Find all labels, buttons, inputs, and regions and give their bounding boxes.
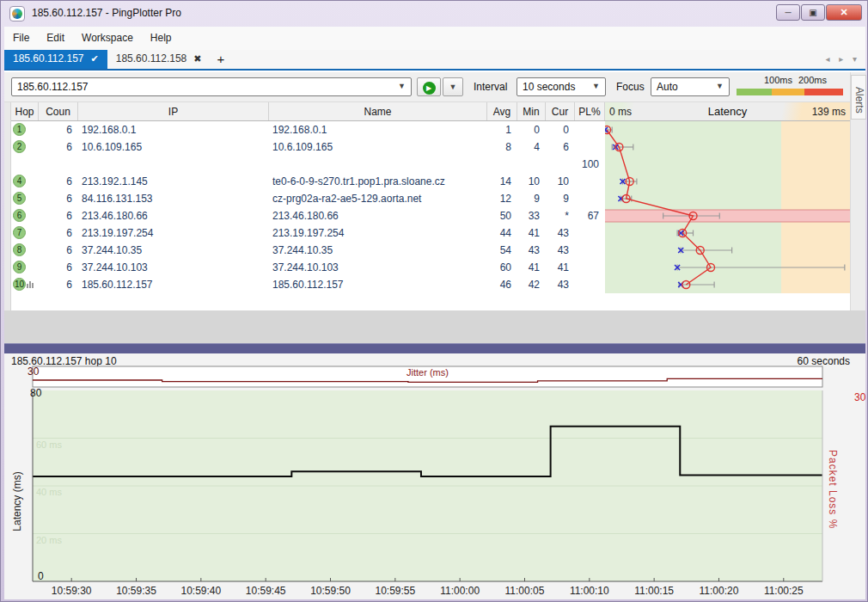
avg-cell: 8 xyxy=(487,138,517,156)
header-ip[interactable]: IP xyxy=(78,102,269,120)
left-splitter[interactable] xyxy=(4,102,11,310)
hop-number-badge: 5 xyxy=(13,192,26,205)
hop-number-badge: 6 xyxy=(13,209,26,222)
table-row-hop-3[interactable]: 100 xyxy=(11,156,605,173)
menu-item-edit[interactable]: Edit xyxy=(38,27,73,44)
hop-number-badge: 9 xyxy=(13,261,26,273)
name-cell: te0-6-0-9-s270.tr1.pop1.pra.sloane.cz xyxy=(269,173,487,190)
name-cell: 213.46.180.66 xyxy=(269,207,487,224)
maximize-button[interactable]: ▣ xyxy=(801,4,825,21)
min-cell: 42 xyxy=(517,276,546,293)
new-tab-button[interactable]: + xyxy=(211,50,232,66)
timeline-graph[interactable]: Jitter (ms)20 ms40 ms60 ms10:59:3010:59:… xyxy=(4,353,865,599)
hop-number-badge: 8 xyxy=(13,243,26,256)
cur-cell: * xyxy=(546,207,575,224)
hop-cell: 5 xyxy=(11,190,39,207)
client-area: FileEditWorkspaceHelp 185.60.112.157✔185… xyxy=(4,27,865,599)
avg-cell: 44 xyxy=(487,224,517,242)
tab-scroll-arrows[interactable]: ◂ ▸ ▾ xyxy=(825,54,860,64)
interval-label: Interval xyxy=(474,81,507,93)
table-row-hop-6[interactable]: 66213.46.180.66213.46.180.665033*67 xyxy=(11,207,605,224)
tab-close-icon[interactable]: ✖ xyxy=(193,53,201,64)
avg-cell: 50 xyxy=(487,207,517,224)
table-row-hop-10[interactable]: 106185.60.112.157185.60.112.157464243 xyxy=(11,276,605,293)
table-row-hop-8[interactable]: 8637.244.10.3537.244.10.35544343 xyxy=(11,242,605,259)
header-count[interactable]: Coun xyxy=(39,102,78,120)
pl-cell xyxy=(575,121,605,138)
pl-cell xyxy=(575,173,605,190)
header-pl[interactable]: PL% xyxy=(575,102,605,120)
count-cell xyxy=(39,156,78,173)
min-cell: 41 xyxy=(517,224,546,242)
trace-table: Hop Coun IP Name Avg Min Cur PL% 0 ms La… xyxy=(4,102,850,310)
interval-select[interactable]: 10 seconds ▼ xyxy=(517,77,606,96)
hop-number-badge: 10 xyxy=(13,278,26,291)
start-trace-button[interactable]: ▶ xyxy=(417,77,441,96)
count-cell: 6 xyxy=(39,224,78,242)
chevron-down-icon: ▼ xyxy=(716,82,724,90)
table-row-hop-4[interactable]: 46213.192.1.145te0-6-0-9-s270.tr1.pop1.p… xyxy=(11,173,605,190)
tab-bar: 185.60.112.157✔185.60.112.158✖+ ◂ ▸ ▾ xyxy=(4,50,865,71)
table-row-hop-9[interactable]: 9637.244.10.10337.244.10.103604141 xyxy=(11,259,605,276)
tab-label: 185.60.112.158 xyxy=(116,52,187,64)
hop-latency-graph[interactable] xyxy=(605,121,850,293)
menu-bar: FileEditWorkspaceHelp xyxy=(4,27,865,50)
jitter-strip-title: Jitter (ms) xyxy=(406,367,449,378)
focus-value: Auto xyxy=(657,81,678,93)
pl-cell xyxy=(575,242,605,259)
count-cell: 6 xyxy=(39,173,78,190)
min-cell: 4 xyxy=(517,138,546,156)
time-tick-10:59:55: 10:59:55 xyxy=(375,585,415,597)
focus-select[interactable]: Auto ▼ xyxy=(651,77,730,96)
header-avg[interactable]: Avg xyxy=(487,102,517,120)
count-cell: 6 xyxy=(39,121,78,138)
pl-cell xyxy=(575,190,605,207)
time-tick-11:00:00: 11:00:00 xyxy=(440,585,480,597)
header-min[interactable]: Min xyxy=(517,102,546,120)
table-row-hop-2[interactable]: 2610.6.109.16510.6.109.165846 xyxy=(11,138,605,156)
time-tick-10:59:50: 10:59:50 xyxy=(310,585,351,597)
tab-185.60.112.158[interactable]: 185.60.112.158✖ xyxy=(107,50,211,69)
packet-loss-axis-title: Packet Loss % xyxy=(827,450,839,529)
hop-cell: 7 xyxy=(11,224,39,242)
count-cell: 6 xyxy=(39,138,78,156)
target-address-combobox[interactable]: 185.60.112.157 ▼ xyxy=(11,77,412,96)
hop-number-badge: 7 xyxy=(13,226,26,239)
cur-cell: 41 xyxy=(546,259,575,276)
cur-cell: 6 xyxy=(546,138,575,156)
time-tick-11:00:10: 11:00:10 xyxy=(570,585,609,597)
latency-axis-title: Latency (ms) xyxy=(11,463,23,540)
hop-number-badge: 4 xyxy=(13,175,26,187)
table-row-hop-5[interactable]: 5684.116.131.153cz-prg02a-ra2-ae5-129.ao… xyxy=(11,190,605,207)
menu-item-help[interactable]: Help xyxy=(142,27,180,44)
header-hop[interactable]: Hop xyxy=(11,102,39,120)
menu-item-workspace[interactable]: Workspace xyxy=(73,27,142,44)
minimize-button[interactable]: ─ xyxy=(776,4,800,21)
title-bar[interactable]: 185.60.112.157 - PingPlotter Pro ─ ▣ ✕ xyxy=(1,1,868,27)
latency-graph-header[interactable]: 0 ms Latency 139 ms xyxy=(605,102,850,121)
avg-cell: 46 xyxy=(487,276,517,293)
latency-axis-min: 0 xyxy=(38,570,44,582)
pl-cell xyxy=(575,259,605,276)
chevron-down-icon[interactable]: ▼ xyxy=(398,82,406,90)
name-cell: 37.244.10.35 xyxy=(269,242,487,259)
legend-100ms-label: 100ms xyxy=(764,75,792,85)
trace-options-dropdown[interactable]: ▼ xyxy=(443,77,463,96)
min-cell: 43 xyxy=(517,242,546,259)
app-window: 185.60.112.157 - PingPlotter Pro ─ ▣ ✕ F… xyxy=(0,0,868,602)
header-name[interactable]: Name xyxy=(269,102,487,120)
menu-item-file[interactable]: File xyxy=(4,27,38,44)
tab-185.60.112.157[interactable]: 185.60.112.157✔ xyxy=(4,50,107,69)
alerts-side-tab[interactable]: Alerts xyxy=(851,75,866,120)
table-row-hop-7[interactable]: 76213.19.197.254213.19.197.254444143 xyxy=(11,224,605,242)
pl-cell xyxy=(575,138,605,156)
header-cur[interactable]: Cur xyxy=(546,102,575,120)
table-row-hop-1[interactable]: 16192.168.0.1192.168.0.1100 xyxy=(11,121,605,138)
hop-cell: 6 xyxy=(11,207,39,224)
ip-cell: 213.192.1.145 xyxy=(78,173,269,190)
pl-cell xyxy=(575,276,605,293)
close-button[interactable]: ✕ xyxy=(826,4,862,21)
right-side-rail: Alerts xyxy=(850,72,865,323)
jitter-axis-max: 30 xyxy=(28,366,39,378)
panel-splitter[interactable] xyxy=(4,343,865,353)
